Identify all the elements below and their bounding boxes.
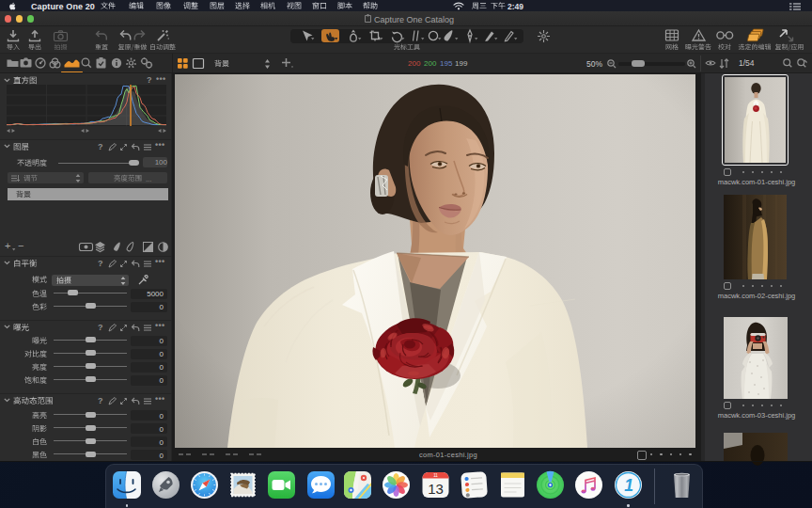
svg-text:13: 13 — [428, 481, 444, 497]
svg-text:1: 1 — [624, 476, 633, 495]
svg-text:11: 11 — [433, 473, 438, 478]
